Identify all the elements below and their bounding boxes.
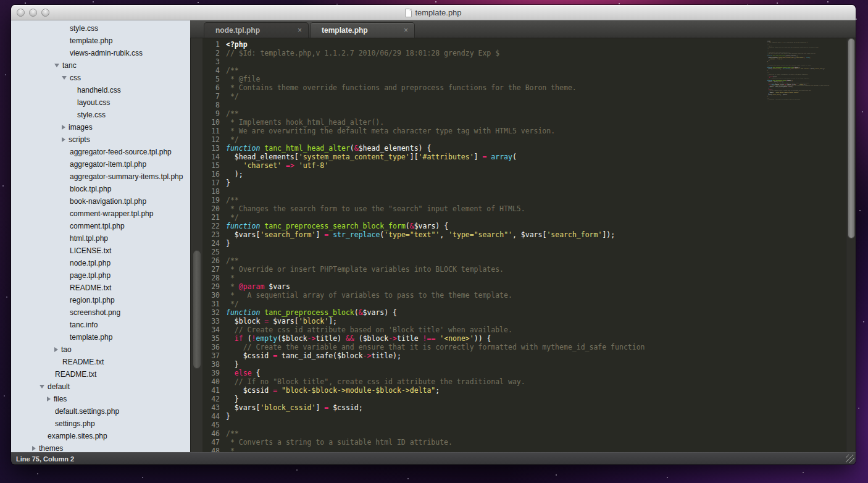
code-line[interactable]: 6 * Contains theme override functions an… (202, 83, 846, 92)
code-line[interactable]: 9/** (202, 109, 846, 118)
code-line[interactable]: 27 * Override or insert PHPTemplate vari… (202, 265, 846, 274)
folder-item-files[interactable]: files (11, 393, 190, 405)
code-line[interactable]: 13function tanc_html_head_alter(&$head_e… (202, 144, 846, 153)
code-line[interactable]: 26/** (202, 256, 846, 265)
code-line[interactable]: 38 } (202, 360, 846, 369)
code-line[interactable]: 42 } (202, 395, 846, 403)
tab-template-php[interactable]: template.php× (310, 22, 415, 38)
file-item-aggregator-feed-source-tpl-php[interactable]: aggregator-feed-source.tpl.php (11, 146, 190, 158)
code-line[interactable]: 8 (202, 101, 846, 109)
code-line[interactable]: 1<?php (202, 40, 846, 49)
code-line[interactable]: 23 $vars['search_form'] = str_replace('t… (202, 230, 846, 239)
code-line[interactable]: 48 * (202, 447, 846, 452)
folder-item-css[interactable]: css (11, 72, 190, 84)
code-line[interactable]: 11 * We are overwriting the default meta… (202, 127, 846, 135)
triangle-down-icon[interactable] (62, 76, 67, 80)
file-item-block-tpl-php[interactable]: block.tpl.php (11, 183, 190, 195)
code-line[interactable]: 4/** (202, 66, 846, 75)
file-item-screenshot-png[interactable]: screenshot.png (11, 306, 190, 319)
code-line[interactable]: 46/** (202, 429, 846, 438)
file-item-settings-php[interactable]: settings.php (11, 418, 190, 430)
file-item-template-php[interactable]: template.php (11, 35, 190, 47)
tab-close-icon[interactable]: × (298, 27, 302, 34)
triangle-right-icon[interactable] (47, 397, 51, 401)
file-tree-sidebar[interactable]: style.csstemplate.phpviews-admin-rubik.c… (11, 20, 190, 452)
code-line[interactable]: 30 * A sequential array of variables to … (202, 291, 846, 300)
folder-item-default[interactable]: default (11, 380, 190, 393)
code-line[interactable]: 25 (202, 248, 846, 256)
file-item-style-css[interactable]: style.css (11, 109, 190, 121)
file-item-readme-txt[interactable]: README.txt (11, 368, 190, 380)
title-bar[interactable]: template.php (11, 5, 856, 20)
code-line[interactable]: 3 (202, 57, 846, 66)
code-line[interactable]: 37 $cssid = tanc_id_safe($block->title); (202, 351, 846, 360)
triangle-down-icon[interactable] (40, 385, 44, 388)
code-editor[interactable]: 1<?php2// $Id: template.php,v 1.1.2.7 20… (202, 38, 846, 452)
file-item-views-admin-rubik-css[interactable]: views-admin-rubik.css (11, 47, 190, 59)
folder-item-images[interactable]: images (11, 121, 190, 133)
code-line[interactable]: 31 */ (202, 300, 846, 308)
code-line[interactable]: 19/** (202, 196, 846, 204)
tab-close-icon[interactable]: × (404, 27, 408, 34)
folder-item-scripts[interactable]: scripts (11, 133, 190, 146)
folder-item-themes[interactable]: themes (11, 442, 190, 452)
file-item-page-tpl-php[interactable]: page.tpl.php (11, 269, 190, 282)
triangle-right-icon[interactable] (32, 446, 36, 451)
file-item-comment-wrapper-tpl-php[interactable]: comment-wrapper.tpl.php (11, 208, 190, 220)
code-line[interactable]: 43 $vars['block_cssid'] = $cssid; (202, 403, 846, 412)
file-item-region-tpl-php[interactable]: region.tpl.php (11, 294, 190, 306)
folder-item-tanc[interactable]: tanc (11, 59, 190, 72)
code-line[interactable]: 21 */ (202, 213, 846, 222)
code-line[interactable]: 29 * @param $vars (202, 282, 846, 291)
resize-grip-icon[interactable] (846, 455, 854, 463)
editor-scrollbar-track[interactable] (846, 38, 856, 452)
code-line[interactable]: 32function tanc_preprocess_block(&$vars)… (202, 308, 846, 317)
file-item-aggregator-summary-items-tpl-php[interactable]: aggregator-summary-items.tpl.php (11, 170, 190, 183)
code-line[interactable]: 20 * Changes the search form to use the … (202, 204, 846, 213)
code-line[interactable]: 35 if (!empty($block->title) && ($block-… (202, 334, 846, 343)
tab-node-tpl-php[interactable]: node.tpl.php× (204, 22, 309, 38)
file-item-node-tpl-php[interactable]: node.tpl.php (11, 257, 190, 269)
code-line[interactable]: 22function tanc_preprocess_search_block_… (202, 222, 846, 230)
triangle-right-icon[interactable] (62, 137, 65, 142)
file-item-layout-css[interactable]: layout.css (11, 96, 190, 109)
file-item-example-sites-php[interactable]: example.sites.php (11, 430, 190, 442)
code-line[interactable]: 45 (202, 421, 846, 429)
sidebar-scrollbar-track[interactable] (190, 38, 202, 452)
code-line[interactable]: 7 */ (202, 92, 846, 101)
folder-item-tao[interactable]: tao (11, 343, 190, 356)
triangle-right-icon[interactable] (62, 125, 65, 130)
file-item-license-txt[interactable]: LICENSE.txt (11, 245, 190, 257)
file-item-style-css[interactable]: style.css (11, 22, 190, 35)
file-item-html-tpl-php[interactable]: html.tpl.php (11, 232, 190, 245)
code-line[interactable]: 24} (202, 239, 846, 248)
code-line[interactable]: 18 (202, 187, 846, 196)
code-line[interactable]: 14 $head_elements['system_meta_content_t… (202, 153, 846, 161)
file-item-readme-txt[interactable]: README.txt (11, 282, 190, 294)
code-line[interactable]: 34 // Create css id attribute based on '… (202, 326, 846, 334)
file-item-book-navigation-tpl-php[interactable]: book-navigation.tpl.php (11, 195, 190, 208)
minimap[interactable]: <?php// $Id: template.php,v 1.1.2.7 2010… (767, 40, 846, 145)
triangle-down-icon[interactable] (54, 64, 59, 67)
code-line[interactable]: 28 * (202, 274, 846, 282)
code-line[interactable]: 12 */ (202, 135, 846, 144)
code-line[interactable]: 17} (202, 178, 846, 187)
code-line[interactable]: 10 * Implements hook_html_head_alter(). (202, 118, 846, 127)
file-item-handheld-css[interactable]: handheld.css (11, 84, 190, 96)
file-item-template-php[interactable]: template.php (11, 331, 190, 343)
file-item-default-settings-php[interactable]: default.settings.php (11, 405, 190, 418)
file-item-comment-tpl-php[interactable]: comment.tpl.php (11, 220, 190, 232)
code-line[interactable]: 47 * Converts a string to a suitable htm… (202, 438, 846, 447)
code-line[interactable]: 41 $cssid = "block-$block->module-$block… (202, 386, 846, 395)
code-line[interactable]: 39 else { (202, 369, 846, 377)
code-line[interactable]: 33 $block = $vars['block']; (202, 317, 846, 326)
file-item-readme-txt[interactable]: README.txt (11, 356, 190, 368)
triangle-right-icon[interactable] (54, 347, 58, 352)
code-line[interactable]: 5 * @file (202, 75, 846, 83)
file-item-tanc-info[interactable]: tanc.info (11, 319, 190, 331)
code-line[interactable]: 15 'charset' => 'utf-8' (202, 161, 846, 170)
code-line[interactable]: 36 // Create the variable and ensure tha… (202, 343, 846, 351)
code-line[interactable]: 2// $Id: template.php,v 1.1.2.7 2010/06/… (202, 49, 846, 57)
code-line[interactable]: 40 // If no "Block title", create css id… (202, 377, 846, 386)
code-line[interactable]: 16 ); (202, 170, 846, 178)
